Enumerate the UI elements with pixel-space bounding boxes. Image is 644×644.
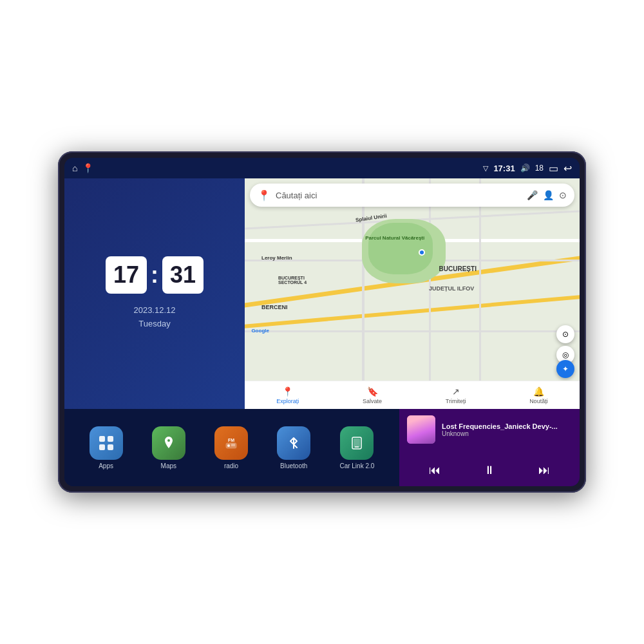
app-item-carlink[interactable]: Car Link 2.0 [339,426,374,469]
music-info: Lost Frequencies_Janieck Devy-... Unknow… [442,422,572,437]
maps-logo-icon: 📍 [258,189,270,202]
volume-icon: 🔊 [520,164,530,173]
explore-icon: 📍 [282,386,293,397]
clock-colon: : [151,261,158,289]
map-search-placeholder[interactable]: Căutați aici [276,191,522,200]
status-left-icons: ⌂ 📍 [72,163,93,173]
status-right-info: ▽ 17:31 🔊 18 ▭ ↩ [483,162,572,175]
signal-icon: ▽ [483,164,488,173]
main-content: 17 : 31 2023.12.12 Tuesday 📍 Căutați aic… [64,178,580,486]
svg-rect-10 [354,439,360,448]
saved-label: Salvate [363,398,382,404]
music-prev-button[interactable]: ⏮ [422,461,447,480]
radio-label: radio [224,462,238,469]
car-display-device: ⌂ 📍 ▽ 17:31 🔊 18 ▭ ↩ 17 : [58,151,586,493]
maps-icon [152,426,185,460]
app-item-maps[interactable]: Maps [152,426,185,469]
map-nav-explore[interactable]: 📍 Explorați [276,386,299,404]
clock-display: 17 : 31 [106,256,204,294]
status-time: 17:31 [493,164,515,173]
back-icon[interactable]: ↩ [564,162,572,175]
mic-icon[interactable]: 🎤 [527,190,538,200]
maps-label: Maps [161,462,176,469]
music-artist: Unknown [442,430,572,437]
map-nav-saved[interactable]: 🔖 Salvate [363,386,382,404]
carlink-icon [340,426,374,460]
map-search-bar[interactable]: 📍 Căutați aici 🎤 👤 ⊙ [250,184,574,207]
svg-rect-1 [108,436,113,442]
svg-rect-2 [99,444,105,450]
account-icon[interactable]: 👤 [543,190,554,200]
bluetooth-label: Bluetooth [280,462,307,469]
svg-text:FM: FM [228,438,234,442]
bottom-section: Apps Maps FM [64,409,580,486]
apps-launcher: Apps Maps FM [64,409,399,486]
maps-status-icon[interactable]: 📍 [82,163,93,173]
explore-label: Explorați [276,398,299,404]
map-nav-share[interactable]: ↗ Trimiteți [446,386,466,404]
apps-icon [90,426,123,460]
device-screen: ⌂ 📍 ▽ 17:31 🔊 18 ▭ ↩ 17 : [64,158,580,486]
map-background: TRAPEZULUI BUCUREȘTI JUDEȚUL ILFOV Parcu… [245,178,580,381]
clock-hours: 17 [106,256,147,294]
volume-level: 18 [535,164,544,173]
clock-minutes: 31 [162,256,204,294]
share-label: Trimiteți [446,398,466,404]
clock-panel: 17 : 31 2023.12.12 Tuesday [64,178,245,409]
map-bottom-nav: 📍 Explorați 🔖 Salvate ↗ Trimiteți 🔔 [245,381,580,409]
saved-icon: 🔖 [367,386,378,397]
map-navigate-button[interactable]: ✦ [556,360,574,378]
music-play-pause-button[interactable]: ⏸ [477,461,502,480]
app-item-bluetooth[interactable]: Bluetooth [277,426,310,469]
map-search-actions: 🎤 👤 ⊙ [527,190,567,200]
app-item-radio[interactable]: FM radio [214,426,248,469]
music-next-button[interactable]: ⏭ [532,461,556,480]
top-section: 17 : 31 2023.12.12 Tuesday 📍 Căutați aic… [64,178,580,409]
home-icon[interactable]: ⌂ [72,163,77,173]
music-top: Lost Frequencies_Janieck Devy-... Unknow… [407,415,572,444]
map-nav-news[interactable]: 🔔 Noutăți [529,386,548,404]
news-icon: 🔔 [533,386,544,397]
news-label: Noutăți [529,398,548,404]
map-layers-button[interactable]: ⊙ [556,325,574,343]
svg-rect-0 [99,436,105,442]
svg-rect-3 [108,444,113,450]
share-icon: ↗ [452,386,460,397]
apps-label: Apps [99,462,113,469]
clock-date: 2023.12.12 Tuesday [133,304,175,331]
map-panel[interactable]: 📍 Căutați aici 🎤 👤 ⊙ [245,178,580,409]
bluetooth-icon [277,426,310,460]
svg-point-6 [227,444,230,447]
music-player: Lost Frequencies_Janieck Devy-... Unknow… [399,409,580,486]
music-title: Lost Frequencies_Janieck Devy-... [442,422,572,430]
carlink-label: Car Link 2.0 [339,462,374,469]
music-album-art [407,415,435,444]
battery-icon: ▭ [549,162,558,175]
radio-icon: FM [214,426,248,460]
status-bar: ⌂ 📍 ▽ 17:31 🔊 18 ▭ ↩ [64,158,580,178]
layers-icon[interactable]: ⊙ [559,190,567,200]
app-item-apps[interactable]: Apps [90,426,123,469]
music-controls: ⏮ ⏸ ⏭ [407,461,572,480]
